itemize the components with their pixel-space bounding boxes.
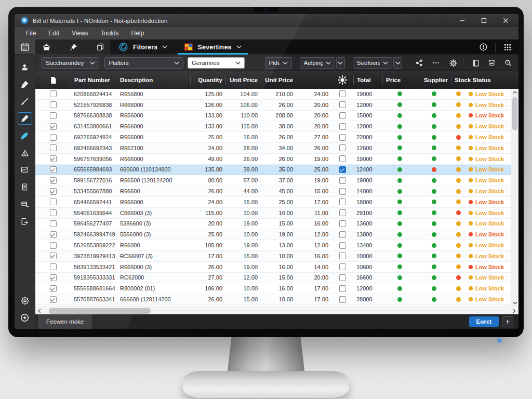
sidebar-tool-line-tool[interactable] <box>18 95 32 108</box>
table-row[interactable]: 655665984693660600 (110134900135.0039.00… <box>35 165 511 176</box>
row-select-checkbox[interactable] <box>50 209 57 216</box>
row-select-checkbox[interactable] <box>50 134 57 141</box>
table-row[interactable]: 554061639944C666003 (3)115.0010.0010.001… <box>35 208 511 219</box>
sidebar-tool-export[interactable] <box>18 215 32 228</box>
row-flag-checkbox[interactable] <box>339 134 346 141</box>
sidebar-tool-contact[interactable] <box>18 61 32 73</box>
sidebar-tool-highlighter[interactable] <box>18 129 32 142</box>
row-flag-checkbox[interactable] <box>339 166 346 173</box>
horizontal-scroll-thumb[interactable] <box>49 308 151 314</box>
row-select-checkbox[interactable] <box>50 155 57 162</box>
minimize-button[interactable] <box>457 17 467 25</box>
horizontal-scroll-track[interactable] <box>44 307 510 314</box>
table-row[interactable]: 5570887653341666600 (12011420026.0015.00… <box>35 294 511 305</box>
pin-button[interactable] <box>66 41 80 54</box>
row-flag-checkbox[interactable] <box>339 155 346 162</box>
vertical-scrollbar[interactable] <box>511 89 518 307</box>
column-header-part-number[interactable]: Part Number <box>71 75 117 85</box>
menu-item-help[interactable]: Help <box>125 27 151 39</box>
horizontal-scrollbar[interactable] <box>35 307 518 314</box>
row-flag-checkbox[interactable] <box>339 242 346 249</box>
copy-button[interactable] <box>94 41 107 54</box>
row-select-checkbox[interactable] <box>50 242 57 249</box>
flag-column-header[interactable] <box>331 75 353 85</box>
row-flag-checkbox[interactable] <box>339 177 346 184</box>
scroll-up-icon[interactable] <box>511 89 518 96</box>
row-flag-checkbox[interactable] <box>339 188 346 195</box>
menu-item-views[interactable]: Views <box>65 27 95 39</box>
row-select-checkbox[interactable] <box>50 112 57 119</box>
grid-button[interactable] <box>501 41 514 54</box>
table-row[interactable]: 5839133533421R666000 (3)26.0019.0016.001… <box>35 262 511 273</box>
table-row[interactable]: 59246639947495566000 (3)25.0010.0019.001… <box>35 229 511 240</box>
filter-split-button[interactable] <box>336 57 345 69</box>
ellipsis-button[interactable] <box>430 57 443 69</box>
vertical-scroll-track[interactable] <box>511 96 518 299</box>
alert-button[interactable] <box>476 41 490 54</box>
row-select-checkbox[interactable] <box>50 252 57 259</box>
row-flag-checkbox[interactable] <box>339 112 346 119</box>
home-button[interactable] <box>39 41 53 54</box>
filter-dropdown-geramnes[interactable]: Geramnes <box>188 57 245 69</box>
table-row[interactable]: 692265924824R66600025.0016.0026.0027.002… <box>35 132 511 143</box>
row-flag-checkbox[interactable] <box>339 252 346 259</box>
row-select-checkbox[interactable] <box>50 198 57 205</box>
menu-item-edit[interactable]: Edit <box>42 27 65 39</box>
column-header-price[interactable]: Price <box>382 75 417 85</box>
row-flag-checkbox[interactable] <box>339 90 346 97</box>
table-row[interactable]: 596757639056R66600049.0026.0026.0019.001… <box>35 154 511 165</box>
table-row[interactable]: 5526853859222R66000105.0019.0013.0012.00… <box>35 240 511 251</box>
table-row[interactable]: 599156727016R66500 (12012420080.0057.003… <box>35 175 511 186</box>
column-header-unit-price-2[interactable]: Unit Price <box>261 75 296 85</box>
maximize-button[interactable] <box>479 17 488 25</box>
table-row[interactable]: 3923819929413RC66007 (3)17.0015.0010.001… <box>35 251 511 262</box>
table-row[interactable]: 620866824414R656800125.00104.00210.0024.… <box>35 89 511 100</box>
filter-dropdown-pide[interactable]: Pide <box>265 57 292 69</box>
frame-button[interactable] <box>470 57 483 69</box>
column-header-stock-status[interactable]: Stock Status <box>451 75 511 85</box>
row-select-checkbox[interactable] <box>50 188 57 195</box>
row-flag-checkbox[interactable] <box>339 296 346 303</box>
share-button[interactable] <box>413 57 425 69</box>
menu-item-toolds[interactable]: Toolds <box>95 27 125 39</box>
row-flag-checkbox[interactable] <box>339 220 346 227</box>
table-row[interactable]: 631453800661R666000133.00115.0038.0020.0… <box>35 121 511 132</box>
column-header-description[interactable]: Description <box>117 75 190 85</box>
row-flag-checkbox[interactable] <box>339 274 346 281</box>
row-select-checkbox[interactable] <box>50 231 57 238</box>
scroll-right-icon[interactable] <box>510 307 518 314</box>
filter-dropdown-seefoers[interactable]: Seefoers <box>353 57 392 69</box>
row-flag-checkbox[interactable] <box>339 231 346 238</box>
filter-split-button[interactable] <box>393 57 402 69</box>
table-row[interactable]: 5556588681664R800002 (01)106.0010.0016.0… <box>35 283 511 294</box>
sidebar-tool-chart[interactable] <box>18 164 32 176</box>
column-header-supplier[interactable]: Supplier <box>417 75 451 85</box>
menu-item-file[interactable]: File <box>20 27 42 39</box>
layers-button[interactable] <box>485 57 498 69</box>
vertical-scroll-thumb[interactable] <box>512 97 517 130</box>
row-flag-checkbox[interactable] <box>339 144 346 151</box>
row-flag-checkbox[interactable] <box>339 285 346 292</box>
filter-dropdown-pialters[interactable]: Pialters <box>104 57 183 69</box>
filter-dropdown-aelping[interactable]: Aelping <box>300 57 335 69</box>
table-row[interactable]: 5964562774075386600 (3)20.0019.0015.0016… <box>35 219 511 230</box>
row-select-checkbox[interactable] <box>50 144 57 151</box>
row-flag-checkbox[interactable] <box>339 198 346 205</box>
sidebar-tool-brush[interactable] <box>18 78 32 90</box>
add-button[interactable]: + <box>502 316 513 327</box>
sidebar-tool-settings[interactable] <box>18 295 32 307</box>
view-tab-severtines[interactable]: Severtines <box>176 39 249 55</box>
row-select-checkbox[interactable] <box>50 101 57 108</box>
row-select-checkbox[interactable] <box>50 285 57 292</box>
row-select-checkbox[interactable] <box>50 166 57 173</box>
sidebar-tool-document[interactable] <box>18 181 32 193</box>
gear-button[interactable] <box>447 57 460 69</box>
sidebar-tool-pen[interactable] <box>18 112 32 125</box>
table-row[interactable]: 533455567880R6660026.0044.0045.0015.0014… <box>35 186 511 197</box>
table-row[interactable]: 521557926838R666000126.00106.0026.0020.0… <box>35 100 511 111</box>
row-flag-checkbox[interactable] <box>339 209 346 216</box>
filter-dropdown-succharendey[interactable]: Succharendey <box>42 57 99 69</box>
column-header-total[interactable]: Total <box>353 75 382 85</box>
sheet-tab[interactable]: Feewen moke <box>38 314 92 329</box>
row-select-checkbox[interactable] <box>50 177 57 184</box>
